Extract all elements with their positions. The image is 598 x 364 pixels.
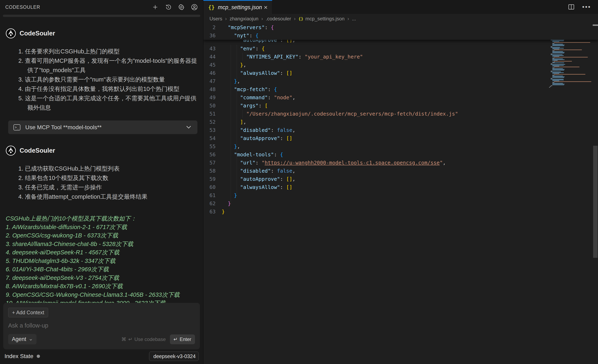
message-list-item: 5. 这是一个合适的工具来完成这个任务，不需要其他工具或用户提供额外信息: [6, 94, 200, 112]
breadcrumb-item-file[interactable]: {} mcp_settings.json: [298, 16, 344, 22]
line-number: 59: [203, 175, 222, 183]
codesouler-avatar-icon: [6, 28, 16, 39]
code-line: 53 "disabled": false,: [203, 126, 598, 134]
line-number: 48: [203, 85, 222, 94]
account-icon[interactable]: [191, 4, 198, 11]
add-context-button[interactable]: + Add Context: [8, 308, 48, 317]
editor-scrollbar: [593, 24, 598, 364]
code-line: 48 "mcp-fetch": {: [203, 85, 598, 94]
chat-transcript: CodeSouler 1. 任务要求列出CSGHub上热门的模型2. 查看可用的…: [0, 17, 203, 303]
line-number: 49: [203, 94, 222, 102]
json-file-icon: {}: [298, 16, 303, 21]
result-list-item: 9. OpenCSG/CSG-Wukong-Chinese-Llama3.1-4…: [6, 291, 200, 299]
code-line: 55 },: [203, 142, 598, 151]
assistant-message-2: CodeSouler 1. 已成功获取CSGHub上热门模型列表2. 结果包含1…: [3, 146, 200, 201]
completion-result-text: CSGHub上最热门的10个模型及其下载次数如下： 1. AIWizards/s…: [3, 214, 200, 303]
line-number: 36: [203, 32, 222, 40]
breadcrumb: Users › zhangxiaojun › .codesouler › {} …: [203, 14, 598, 24]
line-number: 61: [203, 191, 222, 200]
tab-mcp-settings[interactable]: {} mcp_settings.json ×: [203, 0, 272, 14]
line-number: 2: [203, 24, 222, 32]
settings-gear-icon[interactable]: [178, 4, 185, 11]
message-header: CodeSouler: [6, 146, 200, 156]
breadcrumb-item[interactable]: Users: [209, 16, 222, 22]
line-number: 46: [203, 69, 222, 77]
code-line: 47 },: [203, 77, 598, 85]
result-list-item: 10. AIWizards/emoji-model-finetuned-lora…: [6, 299, 200, 303]
code-line: 59 "autoApprove": [],: [203, 175, 598, 183]
message-list-1: 1. 已成功获取CSGHub上热门模型列表2. 结果包含10个模型及其下载次数3…: [6, 164, 200, 201]
line-number: 55: [203, 142, 222, 151]
agent-mode-dropdown[interactable]: Agent: [8, 334, 36, 344]
breadcrumb-separator: ›: [225, 16, 227, 22]
line-number: 60: [203, 183, 222, 191]
line-number: 54: [203, 134, 222, 142]
index-state-dot: [37, 355, 40, 358]
code-line: 49 "command": "node",: [203, 94, 598, 102]
breadcrumb-item[interactable]: ...: [352, 16, 356, 22]
codesouler-avatar-icon: [6, 146, 16, 156]
message-list-item: 2. 查看可用的MCP服务器，发现有一个名为"model-tools"的服务器提…: [6, 56, 200, 75]
enter-send-button[interactable]: ↵ Enter: [170, 334, 195, 344]
line-number: 47: [203, 77, 222, 85]
line-number: 63: [203, 208, 222, 216]
line-number: 53: [203, 126, 222, 134]
code-line: 54 "autoApprove": []: [203, 134, 598, 142]
history-icon[interactable]: [165, 4, 172, 11]
code-line: 63}: [203, 208, 598, 216]
close-tab-icon[interactable]: ×: [264, 4, 268, 11]
new-chat-icon[interactable]: [152, 4, 159, 11]
codesouler-sidebar: CODESOULER: [0, 0, 203, 364]
result-title: CSGHub上最热门的10个模型及其下载次数如下：: [6, 214, 200, 223]
scrollbar-thumb[interactable]: [593, 146, 598, 258]
assistant-message-1: CodeSouler 1. 任务要求列出CSGHub上热门的模型2. 查看可用的…: [3, 28, 200, 112]
breadcrumb-separator: ›: [347, 16, 349, 22]
editor-tabbar: {} mcp_settings.json × •••: [203, 0, 598, 14]
code-lines: 43 "env": {44 "NYTIMES_API_KEY": "your_a…: [203, 45, 598, 216]
line-number: 51: [203, 110, 222, 118]
use-codebase-hint[interactable]: ⌘ ↵ Use codebase: [121, 337, 166, 342]
code-line: 45 },: [203, 61, 598, 69]
mcp-tool-call-toggle[interactable]: >_ Use MCP Tool **model-tools**: [8, 121, 197, 134]
code-line: 36 "nyt": {: [203, 32, 598, 40]
json-file-icon: {}: [208, 4, 215, 10]
message-header: CodeSouler: [6, 28, 200, 39]
result-list-item: 3. shareAI/llama3-Chinese-chat-8b - 5328…: [6, 240, 200, 248]
line-number: 44: [203, 53, 222, 61]
editor-actions: •••: [568, 0, 598, 14]
composer-toolbar: Agent ⌘ ↵ Use codebase ↵ Enter: [8, 334, 195, 344]
terminal-icon: >_: [13, 124, 20, 130]
sidebar-header-actions: [152, 4, 198, 11]
code-url-link[interactable]: https://u-wanghh2000-model-tools-c1.spac…: [265, 160, 440, 166]
followup-input[interactable]: Ask a follow-up: [8, 322, 195, 329]
result-list-item: 6. 01AI/Yi-34B-Chat-4bits - 2969次下载: [6, 265, 200, 274]
overview-ruler-marker: [593, 24, 598, 26]
message-list-item: 2. 结果包含10个模型及其下载次数: [6, 173, 200, 183]
line-number: 56: [203, 151, 222, 159]
code-line: 57 "url": "https://u-wanghh2000-model-to…: [203, 159, 598, 167]
code-line: 2 "mcpServers": {: [203, 24, 598, 32]
editor-group: {} mcp_settings.json × ••• Users › zhang…: [203, 0, 598, 364]
chevron-down-icon[interactable]: [185, 123, 192, 131]
cmd-key-icon: ⌘: [121, 337, 126, 342]
model-select[interactable]: deepseek-v3-0324: [149, 352, 199, 361]
code-editor[interactable]: 2 "mcpServers": {36 "nyt": { "autoApprov…: [203, 24, 598, 364]
line-number: 50: [203, 102, 222, 110]
message-list-item: 1. 任务要求列出CSGHub上热门的模型: [6, 47, 200, 56]
split-editor-icon[interactable]: [568, 3, 575, 10]
chevron-down-icon: [29, 338, 33, 342]
sidebar-top-scrollbar[interactable]: [3, 15, 200, 17]
result-list-item: 8. AIWizards/Mixtral-8x7B-v0.1 - 2690次下载: [6, 282, 200, 291]
more-actions-icon[interactable]: •••: [582, 3, 591, 10]
code-line: 50 "args": [: [203, 102, 598, 110]
message-list-item: 3. 任务已完成，无需进一步操作: [6, 183, 200, 192]
message-list-item: 4. 准备使用attempt_completion工具提交最终结果: [6, 192, 200, 201]
index-state-label: Index State: [4, 353, 33, 360]
breadcrumb-separator: ›: [294, 16, 296, 22]
message-list-item: 1. 已成功获取CSGHub上热门模型列表: [6, 164, 200, 173]
code-line: 44 "NYTIMES_API_KEY": "your_api_key_here…: [203, 53, 598, 61]
code-line: 60 "alwaysAllow": []: [203, 183, 598, 191]
message-list-0: 1. 任务要求列出CSGHub上热门的模型2. 查看可用的MCP服务器，发现有一…: [6, 47, 200, 112]
breadcrumb-item[interactable]: .codesouler: [266, 16, 291, 22]
breadcrumb-item[interactable]: zhangxiaojun: [230, 16, 258, 22]
